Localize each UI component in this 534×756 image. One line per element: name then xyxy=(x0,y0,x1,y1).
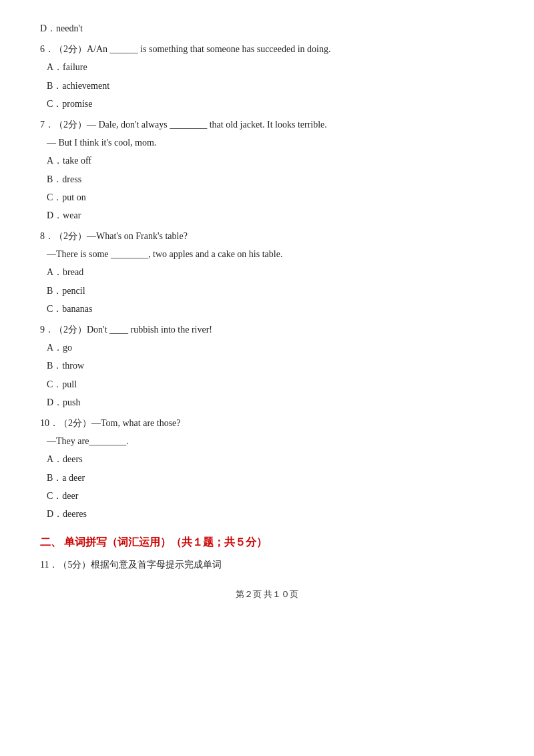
q8-option-c: C．bananas xyxy=(47,301,494,317)
q10-option-a: A．deers xyxy=(47,451,494,467)
q10-title: 10．（2分）—Tom, what are those? xyxy=(40,415,494,431)
q6-option-c: C．promise xyxy=(47,96,494,112)
q6-option-b: B．achievement xyxy=(47,77,494,94)
q10-option-c: C．deer xyxy=(47,488,494,504)
q6-title: 6．（2分）A/An ______ is something that some… xyxy=(40,41,494,57)
question-7: 7．（2分）— Dale, don't always ________ that… xyxy=(40,116,494,224)
option-d-neednt: D．needn't xyxy=(40,20,494,37)
question-10: 10．（2分）—Tom, what are those? —They are__… xyxy=(40,415,494,522)
q9-option-c: C．pull xyxy=(47,376,494,393)
q7-title: 7．（2分）— Dale, don't always ________ that… xyxy=(40,116,494,133)
q9-option-a: A．go xyxy=(47,339,494,356)
q8-option-a: A．bread xyxy=(47,264,494,280)
q8-option-b: B．pencil xyxy=(47,282,494,299)
q9-title: 9．（2分）Don't ____ rubbish into the river! xyxy=(40,321,494,338)
q7-option-b: B．dress xyxy=(47,171,494,188)
q10-option-d: D．deeres xyxy=(47,506,494,522)
q8-title: 8．（2分）—What's on Frank's table? xyxy=(40,228,494,244)
q10-dialog: —They are________. xyxy=(47,433,494,449)
q7-option-c: C．put on xyxy=(47,189,494,206)
q6-option-a: A．failure xyxy=(47,59,494,75)
page-footer: 第２页 共１０页 xyxy=(40,586,494,602)
q7-option-d: D．wear xyxy=(47,207,494,224)
question-9: 9．（2分）Don't ____ rubbish into the river!… xyxy=(40,321,494,411)
q9-option-b: B．throw xyxy=(47,357,494,374)
question-6: 6．（2分）A/An ______ is something that some… xyxy=(40,41,494,112)
section-2-header: 二、 单词拼写（词汇运用）（共１题；共５分） xyxy=(40,533,494,552)
q9-option-d: D．push xyxy=(47,394,494,411)
option-text: D．needn't xyxy=(40,23,83,33)
question-8: 8．（2分）—What's on Frank's table? —There i… xyxy=(40,228,494,317)
q7-option-a: A．take off xyxy=(47,152,494,169)
q7-dialog: — But I think it's cool, mom. xyxy=(47,134,494,151)
q8-dialog: —There is some ________, two apples and … xyxy=(47,246,494,262)
question-11: 11．（5分）根据句意及首字母提示完成单词 xyxy=(40,556,494,573)
q10-option-b: B．a deer xyxy=(47,469,494,486)
